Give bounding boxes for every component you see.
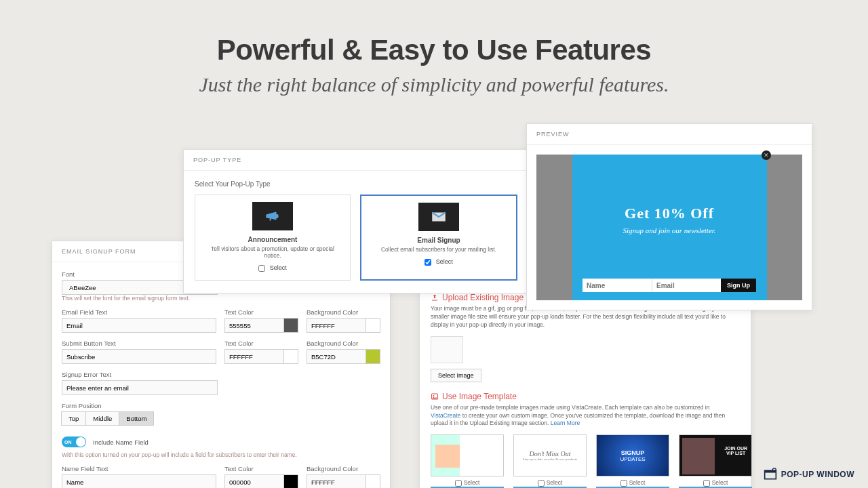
- position-segmented: Top Middle Bottom: [62, 411, 380, 426]
- bg-color-label: Background Color: [307, 308, 380, 316]
- email-field-input[interactable]: [62, 318, 216, 333]
- submit-text-input[interactable]: [62, 349, 216, 364]
- option-select[interactable]: Select: [425, 258, 453, 265]
- preview-header: PREVIEW: [527, 124, 812, 145]
- popup-type-header: POP-UP TYPE: [184, 150, 528, 171]
- include-name-hint: With this option turned on your pop-up w…: [62, 451, 380, 458]
- color-swatch[interactable]: [283, 349, 298, 364]
- option-title: Email Signup: [370, 237, 508, 244]
- name-field-label: Name Field Text: [62, 465, 216, 472]
- color-swatch[interactable]: [283, 474, 298, 488]
- position-bottom[interactable]: Bottom: [119, 411, 154, 426]
- name-field-input[interactable]: [62, 474, 216, 488]
- template-card: Select Customize with VistaCreate: [679, 434, 752, 488]
- close-icon[interactable]: ✕: [762, 150, 771, 160]
- option-desc: Collect email subscribers for your maili…: [370, 246, 508, 253]
- template-thumb[interactable]: Don't Miss OutStay up to date on sales &…: [513, 434, 587, 476]
- image-dropzone[interactable]: [431, 336, 463, 363]
- preview-email-input[interactable]: [652, 279, 721, 292]
- popup-type-option-email-signup[interactable]: Email Signup Collect email subscribers f…: [360, 195, 517, 281]
- popup-type-panel: POP-UP TYPE Select Your Pop-Up Type Anno…: [183, 149, 529, 293]
- preview-form: Sign Up: [583, 279, 756, 292]
- svg-point-3: [433, 395, 435, 396]
- envelope-icon: [418, 203, 459, 231]
- color-swatch[interactable]: [366, 318, 380, 333]
- text-color-label: Text Color: [224, 308, 298, 316]
- template-card: SIGNUPUPDATES Select Customize with Vist…: [596, 434, 669, 488]
- submit-bg-color-input[interactable]: [307, 349, 366, 364]
- hero-title: Powerful & Easy to Use Features: [0, 34, 868, 66]
- template-section-title: Use Image Template: [431, 392, 740, 401]
- preview-panel: PREVIEW ✕ Get 10% Off Signup and join ou…: [526, 123, 812, 310]
- bg-color-label: Background Color: [307, 465, 380, 472]
- error-text-input[interactable]: [62, 380, 218, 395]
- template-card: Don't Miss OutStay up to date on sales &…: [513, 434, 587, 488]
- toggle-on-icon[interactable]: ON: [62, 436, 86, 447]
- popup-type-label: Select Your Pop-Up Type: [195, 180, 517, 188]
- preview-popup: ✕ Get 10% Off Signup and join our newsle…: [572, 155, 767, 300]
- error-label: Signup Error Text: [62, 371, 218, 378]
- color-swatch[interactable]: [366, 474, 380, 488]
- option-desc: Tell visitors about a promotion, update …: [203, 245, 342, 259]
- text-color-label: Text Color: [224, 465, 298, 472]
- popup-window-icon: [764, 468, 777, 481]
- email-text-color-input[interactable]: [224, 318, 284, 333]
- submit-text-color-input[interactable]: [224, 349, 284, 364]
- email-bg-color-input[interactable]: [307, 318, 366, 333]
- popup-type-option-announcement[interactable]: Announcement Tell visitors about a promo…: [195, 195, 351, 281]
- template-select[interactable]: Select: [455, 479, 480, 486]
- vistacreate-link[interactable]: VistaCreate: [431, 412, 460, 419]
- template-thumb[interactable]: [679, 434, 752, 476]
- upload-icon: [431, 293, 439, 302]
- preview-subhead: Signup and join our newsletter.: [623, 226, 715, 235]
- megaphone-icon: [252, 202, 293, 230]
- include-name-label: Include Name Field: [93, 439, 149, 446]
- position-middle[interactable]: Middle: [85, 411, 119, 426]
- option-select[interactable]: Select: [258, 264, 287, 271]
- bg-color-label: Background Color: [307, 340, 380, 347]
- text-color-label: Text Color: [224, 340, 298, 347]
- template-select[interactable]: Select: [620, 479, 646, 486]
- template-select[interactable]: Select: [703, 479, 728, 486]
- email-field-label: Email Field Text: [62, 308, 216, 316]
- svg-point-0: [274, 214, 279, 219]
- image-icon: [431, 392, 439, 401]
- learn-more-link[interactable]: Learn More: [551, 420, 580, 426]
- font-hint: This will set the font for the email sig…: [62, 295, 380, 302]
- option-checkbox[interactable]: [258, 265, 265, 272]
- name-text-color-input[interactable]: [224, 474, 284, 488]
- position-label: Form Position: [62, 402, 380, 409]
- template-card: Select Customize with VistaCreate: [431, 434, 504, 488]
- template-select[interactable]: Select: [538, 479, 563, 486]
- include-name-toggle[interactable]: ON Include Name Field: [62, 436, 149, 447]
- name-bg-color-input[interactable]: [307, 474, 366, 488]
- brand-logo: POP-UP WINDOW: [764, 468, 854, 481]
- template-thumb[interactable]: [431, 434, 504, 476]
- option-checkbox[interactable]: [425, 259, 431, 266]
- hero-subtitle: Just the right balance of simplicity and…: [0, 73, 868, 96]
- preview-stage: ✕ Get 10% Off Signup and join our newsle…: [536, 155, 802, 300]
- preview-signup-button[interactable]: Sign Up: [721, 279, 756, 292]
- color-swatch[interactable]: [366, 349, 380, 364]
- submit-label: Submit Button Text: [62, 340, 216, 347]
- color-swatch[interactable]: [283, 318, 298, 333]
- position-top[interactable]: Top: [61, 411, 86, 426]
- select-image-button[interactable]: Select Image: [431, 369, 481, 382]
- template-desc: Use one of our pre-made template images …: [431, 404, 740, 428]
- option-title: Announcement: [203, 236, 342, 243]
- template-thumb[interactable]: SIGNUPUPDATES: [596, 434, 669, 476]
- preview-headline: Get 10% Off: [625, 205, 714, 222]
- preview-name-input[interactable]: [583, 279, 652, 292]
